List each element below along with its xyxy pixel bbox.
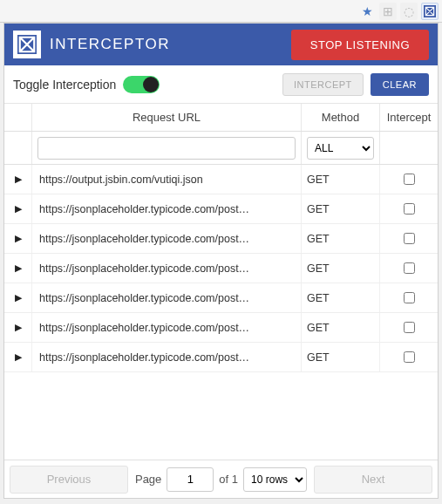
extension-icon-1[interactable]: ⊞ <box>379 3 397 20</box>
intercept-checkbox-cell <box>380 343 438 371</box>
table-row: ▶https://jsonplaceholder.typicode.com/po… <box>4 343 438 372</box>
page-number-input[interactable] <box>167 467 214 492</box>
clear-button[interactable]: CLEAR <box>371 73 429 96</box>
browser-toolbar: ★ ⊞ ◌ <box>0 0 442 23</box>
expand-row-icon[interactable]: ▶ <box>4 224 32 253</box>
intercept-checkbox[interactable] <box>404 262 415 274</box>
url-filter-input[interactable] <box>37 137 296 160</box>
table-row: ▶https://jsonplaceholder.typicode.com/po… <box>4 313 438 343</box>
intercept-checkbox-cell <box>380 283 438 312</box>
rows-per-page-select[interactable]: 5 rows10 rows20 rows50 rows <box>243 467 307 492</box>
table-row: ▶https://jsonplaceholder.typicode.com/po… <box>4 194 438 224</box>
previous-button[interactable]: Previous <box>10 466 128 494</box>
toolbar: Toggle Interception INTERCEPT CLEAR <box>4 65 438 104</box>
table-row: ▶https://jsonplaceholder.typicode.com/po… <box>4 224 438 254</box>
expand-row-icon[interactable]: ▶ <box>4 343 32 371</box>
request-method-cell: GET <box>302 224 380 253</box>
stop-listening-button[interactable]: STOP LISTENING <box>291 30 429 60</box>
of-total-label: of 1 <box>219 473 238 486</box>
intercept-checkbox[interactable] <box>404 233 415 244</box>
intercept-checkbox-cell <box>380 254 438 283</box>
table-row: ▶https://jsonplaceholder.typicode.com/po… <box>4 283 438 313</box>
expand-row-icon[interactable]: ▶ <box>4 194 32 223</box>
intercept-checkbox[interactable] <box>404 292 415 303</box>
table-header: Request URL Method Intercept <box>4 104 438 132</box>
request-url-cell: https://jsonplaceholder.typicode.com/pos… <box>32 283 302 312</box>
intercept-checkbox-cell <box>380 313 438 342</box>
expand-row-icon[interactable]: ▶ <box>4 254 32 283</box>
col-expand-header <box>4 104 32 131</box>
expand-row-icon[interactable]: ▶ <box>4 313 32 342</box>
intercept-checkbox[interactable] <box>404 174 415 185</box>
intercept-button[interactable]: INTERCEPT <box>282 73 364 96</box>
request-url-cell: https://jsonplaceholder.typicode.com/pos… <box>32 224 302 253</box>
interceptor-extension-icon[interactable] <box>421 3 439 20</box>
request-method-cell: GET <box>302 165 380 194</box>
table-row: ▶https://jsonplaceholder.typicode.com/po… <box>4 254 438 283</box>
col-url-header[interactable]: Request URL <box>32 104 302 131</box>
app-header: INTERCEPTOR STOP LISTENING <box>4 24 438 65</box>
next-button[interactable]: Next <box>314 466 432 494</box>
toggle-knob <box>143 77 159 92</box>
intercept-checkbox[interactable] <box>404 351 415 363</box>
intercept-checkbox-cell <box>380 194 438 223</box>
toggle-interception-label: Toggle Interception <box>13 78 116 92</box>
filter-row: ALLGETPOSTPUTDELETE <box>4 132 438 165</box>
app-logo-icon <box>13 31 41 58</box>
intercept-checkbox-cell <box>380 165 438 194</box>
app-panel: INTERCEPTOR STOP LISTENING Toggle Interc… <box>3 23 439 499</box>
table-body: ▶https://output.jsbin.com/vutiqi.jsonGET… <box>4 165 438 460</box>
expand-row-icon[interactable]: ▶ <box>4 283 32 312</box>
app-title: INTERCEPTOR <box>50 36 282 53</box>
request-url-cell: https://jsonplaceholder.typicode.com/pos… <box>32 194 302 223</box>
page-label: Page <box>135 473 161 486</box>
request-url-cell: https://output.jsbin.com/vutiqi.json <box>32 165 302 194</box>
request-url-cell: https://jsonplaceholder.typicode.com/pos… <box>32 254 302 283</box>
request-url-cell: https://jsonplaceholder.typicode.com/pos… <box>32 343 302 371</box>
intercept-checkbox-cell <box>380 224 438 253</box>
toggle-interception-switch[interactable] <box>123 76 160 93</box>
table-row: ▶https://output.jsbin.com/vutiqi.jsonGET <box>4 165 438 194</box>
extension-icon-2[interactable]: ◌ <box>400 3 418 20</box>
request-url-cell: https://jsonplaceholder.typicode.com/pos… <box>32 313 302 342</box>
request-method-cell: GET <box>302 194 380 223</box>
expand-row-icon[interactable]: ▶ <box>4 165 32 194</box>
request-method-cell: GET <box>302 313 380 342</box>
intercept-checkbox[interactable] <box>404 322 415 333</box>
pager-info: Page of 1 5 rows10 rows20 rows50 rows <box>135 467 307 492</box>
col-method-header[interactable]: Method <box>302 104 380 131</box>
request-method-cell: GET <box>302 343 380 371</box>
intercept-checkbox[interactable] <box>404 203 415 215</box>
col-intercept-header[interactable]: Intercept <box>380 104 438 131</box>
request-method-cell: GET <box>302 254 380 283</box>
method-filter-select[interactable]: ALLGETPOSTPUTDELETE <box>307 137 374 160</box>
request-method-cell: GET <box>302 283 380 312</box>
request-table: Request URL Method Intercept ALLGETPOSTP… <box>4 104 438 460</box>
bookmark-star-icon[interactable]: ★ <box>358 3 376 20</box>
pagination: Previous Page of 1 5 rows10 rows20 rows5… <box>4 460 438 498</box>
